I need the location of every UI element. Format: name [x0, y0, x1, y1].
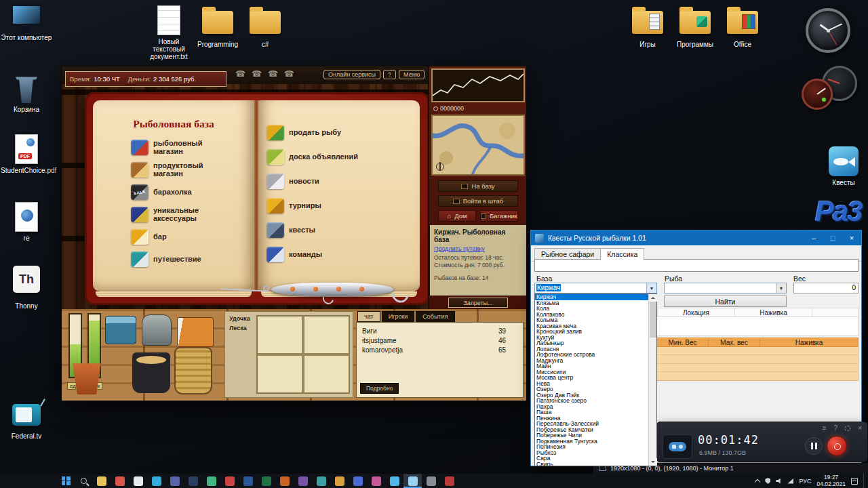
minimize-button[interactable]: –	[804, 230, 823, 245]
book-menu-item[interactable]: SALE барахолка	[131, 184, 250, 200]
dropdown-item[interactable]: Маджунга	[535, 358, 648, 364]
taskbar-search-button[interactable]	[75, 474, 92, 488]
details-button[interactable]: Подробно	[360, 383, 399, 394]
taskbar-app-button[interactable]	[257, 474, 275, 488]
notebook-item-icon[interactable]	[177, 317, 214, 347]
desktop-icon-games-folder[interactable]: Игры	[621, 5, 674, 48]
taskbar-app-button[interactable]	[330, 474, 349, 488]
column-bait[interactable]: Наживка	[735, 308, 812, 317]
dropdown-item[interactable]: Рыбхоз	[535, 450, 648, 456]
book-menu-item[interactable]: продуктовый магазин	[131, 162, 250, 178]
pot-item-icon[interactable]	[132, 352, 170, 393]
column-min-weight[interactable]: Мин. Вес	[657, 338, 709, 347]
tab-players[interactable]: Игроки	[382, 311, 415, 322]
book-menu-item[interactable]: команды	[267, 247, 412, 262]
tab-chat[interactable]: чат	[357, 311, 380, 322]
home-button[interactable]: ⌂ Дом	[438, 210, 476, 222]
gear-icon[interactable]	[845, 426, 850, 431]
list-icon[interactable]: ≡	[823, 424, 827, 432]
backpack-item-icon[interactable]	[142, 314, 172, 346]
quest-result-textbox[interactable]	[534, 259, 859, 272]
taskbar-app-button[interactable]	[385, 474, 403, 488]
desktop-icon-programming-folder[interactable]: Programming	[191, 5, 244, 48]
equipment-slot[interactable]	[258, 317, 302, 353]
creel-item-icon[interactable]	[174, 347, 212, 394]
book-menu-item[interactable]: турниры	[267, 198, 412, 214]
dropdown-item[interactable]: Свирь	[535, 462, 648, 466]
desktop-icon-quests[interactable]: Квесты	[819, 146, 868, 186]
extend-ticket-link[interactable]: Продлить путевку	[434, 245, 522, 252]
book-menu-item[interactable]: продать рыбу	[267, 125, 412, 140]
cooler-item-icon[interactable]	[105, 316, 136, 344]
combo-dropdown-button[interactable]: ▼	[646, 283, 656, 293]
equipment-slot[interactable]	[258, 356, 302, 392]
taskbar-app-button[interactable]	[184, 474, 202, 488]
taskbar-app-button[interactable]	[275, 474, 294, 488]
combo-dropdown-button[interactable]: ▼	[776, 283, 786, 293]
book-menu-item[interactable]: бар	[131, 229, 250, 245]
book-menu-item[interactable]: квесты	[267, 222, 412, 238]
taskbar-app-button[interactable]	[422, 474, 440, 488]
trunk-button[interactable]: Багажник	[480, 210, 518, 222]
pause-button[interactable]	[805, 437, 823, 455]
book-menu-item[interactable]: уникальные аксессуары	[131, 207, 250, 222]
taskbar-app-button[interactable]	[403, 474, 422, 488]
desktop-icon-federal-tv[interactable]: Federal.tv	[0, 404, 53, 440]
taskbar-app-button[interactable]	[367, 474, 385, 488]
record-stop-button[interactable]	[827, 436, 847, 456]
scrollbar-thumb[interactable]	[650, 302, 656, 338]
taskbar-app-button[interactable]	[111, 474, 129, 488]
desktop-icon-djvu[interactable]: re	[0, 202, 53, 242]
game-mode-selector[interactable]	[663, 434, 692, 459]
language-indicator[interactable]: РУС	[799, 478, 811, 485]
recorder-close-icon[interactable]: ×	[858, 424, 862, 432]
phone-icon[interactable]: ☎	[284, 69, 294, 79]
column-max-weight[interactable]: Мах. вес	[709, 338, 760, 347]
tab-classic[interactable]: Классика	[600, 248, 644, 261]
taskbar-app-button[interactable]	[312, 474, 330, 488]
security-tray-icon[interactable]	[765, 478, 770, 484]
phone-icon[interactable]: ☎	[268, 69, 278, 79]
phone-icon[interactable]: ☎	[252, 69, 262, 79]
online-services-button[interactable]: Онлайн сервисы	[323, 70, 380, 79]
fish-combobox[interactable]: ▼	[664, 283, 787, 293]
taskbar-app-button[interactable]	[92, 474, 111, 488]
bans-button[interactable]: Запреты...	[448, 298, 508, 308]
dropdown-item[interactable]: Клязьма	[535, 300, 648, 306]
equipment-slot[interactable]	[304, 356, 349, 392]
help-button[interactable]: ?	[383, 70, 396, 79]
desktop-icon-text-file[interactable]: Новый текстовый документ.txt	[142, 5, 195, 60]
book-menu-item[interactable]: рыболовный магазин	[131, 140, 250, 155]
desktop-icon-pdf[interactable]: StudentChoice.pdf	[0, 134, 53, 174]
show-desktop-button[interactable]	[863, 474, 867, 488]
book-menu-item[interactable]: путешествие	[131, 251, 250, 267]
desktop-icon-thonny[interactable]: Th Thonny	[0, 266, 53, 310]
book-menu-item[interactable]: доска объявлений	[267, 149, 412, 165]
dropdown-item[interactable]: Пахра	[535, 404, 648, 410]
close-button[interactable]: ×	[842, 230, 861, 245]
taskbar-app-button[interactable]	[147, 474, 165, 488]
network-tray-icon[interactable]	[787, 479, 793, 484]
base-combobox[interactable]: Киржач ▼	[534, 283, 657, 293]
column-bait-2[interactable]: Наживка	[760, 338, 859, 347]
taskbar-app-button[interactable]	[440, 474, 458, 488]
book-menu-item[interactable]: новости	[267, 174, 412, 189]
to-base-button[interactable]: На базу	[438, 180, 518, 192]
column-location[interactable]: Локация	[658, 308, 735, 317]
taskbar-app-button[interactable]	[165, 474, 184, 488]
action-center-icon[interactable]	[851, 478, 858, 485]
taskbar-clock[interactable]: 19:27 04.02.2021	[816, 474, 846, 487]
dropdown-item[interactable]: Москва центр	[535, 375, 648, 381]
taskbar-app-button[interactable]	[129, 474, 147, 488]
taskbar-app-button[interactable]	[294, 474, 312, 488]
weight-input[interactable]: 0	[793, 283, 859, 293]
find-button[interactable]: Найти	[664, 296, 787, 307]
start-button[interactable]	[57, 474, 75, 488]
desktop-icon-programs-folder[interactable]: Программы	[669, 5, 722, 48]
enter-hq-button[interactable]: Войти в штаб	[438, 195, 518, 207]
desktop-icon-this-pc[interactable]: Этот компьютер	[0, 4, 53, 41]
volume-tray-icon[interactable]	[776, 479, 782, 484]
recorder-help-icon[interactable]: ?	[834, 424, 838, 432]
taskbar-app-button[interactable]	[349, 474, 367, 488]
menu-button[interactable]: Меню	[399, 70, 425, 79]
